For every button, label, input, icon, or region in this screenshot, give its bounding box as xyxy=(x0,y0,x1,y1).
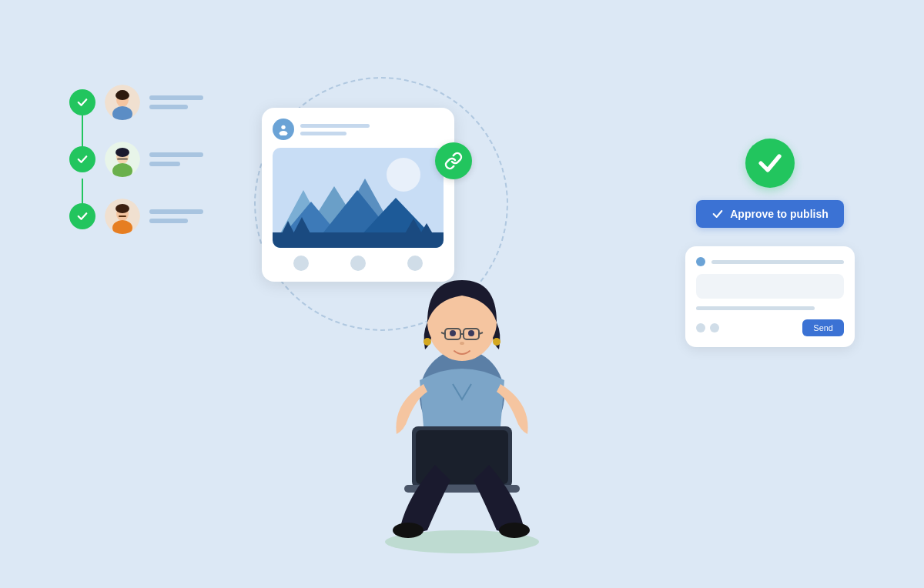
send-button[interactable]: Send xyxy=(802,319,844,336)
avatar-svg-2 xyxy=(105,142,140,177)
card-name-line xyxy=(300,124,370,128)
comment-footer: Send xyxy=(696,319,844,336)
right-panel: Approve to publish Send xyxy=(685,139,855,347)
svg-point-8 xyxy=(116,148,129,157)
approve-check-icon xyxy=(711,208,724,220)
send-button-label: Send xyxy=(813,323,833,332)
person-icon xyxy=(277,123,290,135)
card-avatar xyxy=(273,119,294,140)
approval-item-2 xyxy=(69,142,203,177)
text-line-3b xyxy=(149,219,188,223)
svg-point-15 xyxy=(281,125,285,129)
comment-footer-dots xyxy=(696,323,719,332)
comment-row-1 xyxy=(696,257,844,266)
avatar-2 xyxy=(105,142,140,177)
text-line-2b xyxy=(149,162,180,166)
checkmark-icon-3 xyxy=(75,209,89,223)
check-circle-3 xyxy=(69,203,95,229)
approve-to-publish-button[interactable]: Approve to publish xyxy=(696,200,844,228)
avatar-svg-3 xyxy=(105,199,140,234)
card-footer-dot-1 xyxy=(293,256,309,271)
svg-rect-9 xyxy=(117,158,128,160)
text-lines-1 xyxy=(149,95,203,109)
svg-point-39 xyxy=(460,342,464,345)
comment-input-area[interactable] xyxy=(696,274,844,299)
svg-point-13 xyxy=(116,204,129,213)
avatar-1 xyxy=(105,85,140,120)
card-header xyxy=(273,119,444,140)
text-line-2a xyxy=(149,152,203,157)
approval-item-1 xyxy=(69,85,203,120)
avatar-3 xyxy=(105,199,140,234)
link-icon xyxy=(444,152,463,170)
comment-card: Send xyxy=(685,246,855,347)
text-line-1b xyxy=(149,105,188,109)
text-lines-2 xyxy=(149,152,203,166)
card-header-lines xyxy=(300,124,370,135)
main-scene: Approve to publish Send xyxy=(0,0,924,588)
approve-button-label: Approve to publish xyxy=(730,208,829,220)
comment-line-2 xyxy=(696,306,815,310)
svg-rect-14 xyxy=(119,215,126,217)
comment-dot-1 xyxy=(696,257,705,266)
comment-line-1 xyxy=(711,260,844,264)
check-circle-1 xyxy=(69,89,95,115)
card-sub-line xyxy=(300,132,346,135)
footer-dot-1 xyxy=(696,323,705,332)
approval-item-3 xyxy=(69,199,203,234)
person-svg xyxy=(339,180,585,550)
person-illustration xyxy=(339,180,585,550)
svg-point-40 xyxy=(424,338,431,346)
big-check-icon xyxy=(756,149,784,177)
svg-point-45 xyxy=(393,523,424,538)
big-check-circle xyxy=(745,139,795,188)
svg-point-16 xyxy=(280,131,288,135)
svg-point-38 xyxy=(468,330,474,336)
svg-point-41 xyxy=(493,338,500,346)
link-badge xyxy=(435,142,472,179)
avatar-svg-1 xyxy=(105,85,140,120)
text-line-3a xyxy=(149,209,203,214)
checkmark-icon-2 xyxy=(75,152,89,166)
checkmark-icon-1 xyxy=(75,95,89,109)
text-lines-3 xyxy=(149,209,203,223)
footer-dot-2 xyxy=(710,323,719,332)
svg-point-4 xyxy=(117,90,128,96)
text-line-1a xyxy=(149,95,203,100)
svg-point-37 xyxy=(450,330,456,336)
svg-point-46 xyxy=(499,523,530,538)
check-circle-2 xyxy=(69,146,95,172)
approval-list xyxy=(69,85,203,234)
